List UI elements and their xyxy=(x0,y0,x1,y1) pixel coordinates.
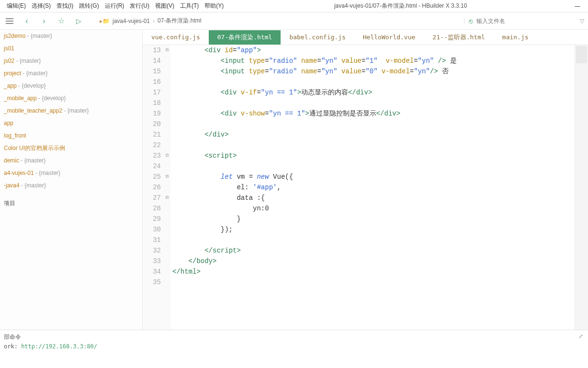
tab-0[interactable]: vue.config.js xyxy=(143,31,209,44)
code[interactable]: <div id="app"> <input type="radio" name=… xyxy=(170,45,575,330)
nav-forward-icon[interactable]: › xyxy=(38,15,50,27)
tab-4[interactable]: 21--监听器.html xyxy=(424,30,493,45)
menu-item-7[interactable]: 工具(T) xyxy=(177,1,202,11)
gutter: 1314151617181920212223242526272829303132… xyxy=(143,45,164,330)
sep: | xyxy=(464,18,465,24)
menu-item-1[interactable]: 选择(S) xyxy=(29,1,54,11)
minimize-icon[interactable]: — xyxy=(575,3,580,10)
run-icon[interactable]: ▷ xyxy=(73,15,84,27)
breadcrumb: ▸📁 java4-vujes-01 › 07-条件渲染.html xyxy=(100,17,201,25)
tree-item-5[interactable]: _mobile_app - {develop} xyxy=(0,92,142,104)
tree-item-12[interactable]: -java4 - {master} xyxy=(0,179,142,192)
expand-icon[interactable]: ⤢ xyxy=(578,333,583,340)
menu-item-0[interactable]: 编辑(E) xyxy=(4,1,29,11)
sidebar[interactable]: js2demo - {master}js01js02 - {master}pro… xyxy=(0,30,143,330)
tabs: vue.config.js07-条件渲染.htmlbabel.config.js… xyxy=(143,30,588,45)
fold-column[interactable]: ⊟⊟⊟⊟ xyxy=(164,45,170,330)
window-title: java4-vujes-01/07-条件渲染.html - HBuilder X… xyxy=(226,2,575,10)
menu-item-6[interactable]: 视图(V) xyxy=(152,1,177,11)
editor-area: vue.config.js07-条件渲染.htmlbabel.config.js… xyxy=(143,30,588,330)
console-label: 部命令 xyxy=(4,333,584,341)
tree-item-9[interactable]: Color UI的官档展示示例 xyxy=(0,142,142,154)
tree-item-8[interactable]: log_front xyxy=(0,129,142,142)
menubar: 编辑(E)选择(S)查找(I)跳转(G)运行(R)发行(U)视图(V)工具(T)… xyxy=(0,0,588,12)
svg-rect-1 xyxy=(6,21,13,22)
star-icon[interactable]: ☆ xyxy=(56,15,67,27)
console-output: ork: http://192.168.3.3:80/ xyxy=(4,343,584,350)
tab-2[interactable]: babel.config.js xyxy=(281,31,354,44)
menu-icon[interactable] xyxy=(4,15,15,27)
tree-item-0[interactable]: js2demo - {master} xyxy=(0,30,142,42)
toolbar: ‹ › ☆ ▷ ▸📁 java4-vujes-01 › 07-条件渲染.html… xyxy=(0,12,588,30)
console[interactable]: 部命令 ork: http://192.168.3.3:80/ ⤢ ↖ xyxy=(0,330,588,368)
console-url[interactable]: http://192.168.3.3:80/ xyxy=(21,343,97,350)
menu-item-8[interactable]: 帮助(Y) xyxy=(202,1,226,11)
tree-item-7[interactable]: app xyxy=(0,117,142,129)
menu-item-2[interactable]: 查找(I) xyxy=(54,1,76,11)
tab-5[interactable]: main.js xyxy=(494,31,537,44)
minimap[interactable] xyxy=(575,45,588,330)
breadcrumb-item-1[interactable]: 07-条件渲染.html xyxy=(158,17,201,25)
menu-item-4[interactable]: 运行(R) xyxy=(102,1,127,11)
window-controls: — xyxy=(575,3,584,10)
search-area: | ⎋ ▽ xyxy=(464,17,584,25)
nav-back-icon[interactable]: ‹ xyxy=(21,15,33,27)
menu-item-3[interactable]: 跳转(G) xyxy=(76,1,102,11)
tree-item-11[interactable]: a4-vujes-01 - {master} xyxy=(0,167,142,179)
search-input[interactable] xyxy=(476,18,572,24)
folder-icon: ▸📁 xyxy=(100,18,110,24)
project-label: 项目 xyxy=(0,196,142,211)
svg-rect-2 xyxy=(6,23,13,24)
code-editor[interactable]: 1314151617181920212223242526272829303132… xyxy=(143,45,588,330)
tree-item-3[interactable]: project - {master} xyxy=(0,67,142,80)
tab-1[interactable]: 07-条件渲染.html xyxy=(209,30,281,45)
tab-3[interactable]: HelloWorld.vue xyxy=(354,31,424,44)
chevron-right-icon: › xyxy=(153,18,155,24)
tree-item-10[interactable]: demic - {master} xyxy=(0,154,142,167)
filter-icon[interactable]: ▽ xyxy=(580,18,584,24)
tree-item-4[interactable]: _app - {develop} xyxy=(0,80,142,92)
search-icon[interactable]: ⎋ xyxy=(469,17,473,25)
tree-item-6[interactable]: _mobile_teacher_app2 - {master} xyxy=(0,104,142,117)
breadcrumb-item-0[interactable]: java4-vujes-01 xyxy=(113,18,150,24)
menu-item-5[interactable]: 发行(U) xyxy=(127,1,152,11)
tree-item-1[interactable]: js01 xyxy=(0,42,142,55)
tree-item-2[interactable]: js02 - {master} xyxy=(0,55,142,67)
svg-rect-0 xyxy=(6,18,13,19)
